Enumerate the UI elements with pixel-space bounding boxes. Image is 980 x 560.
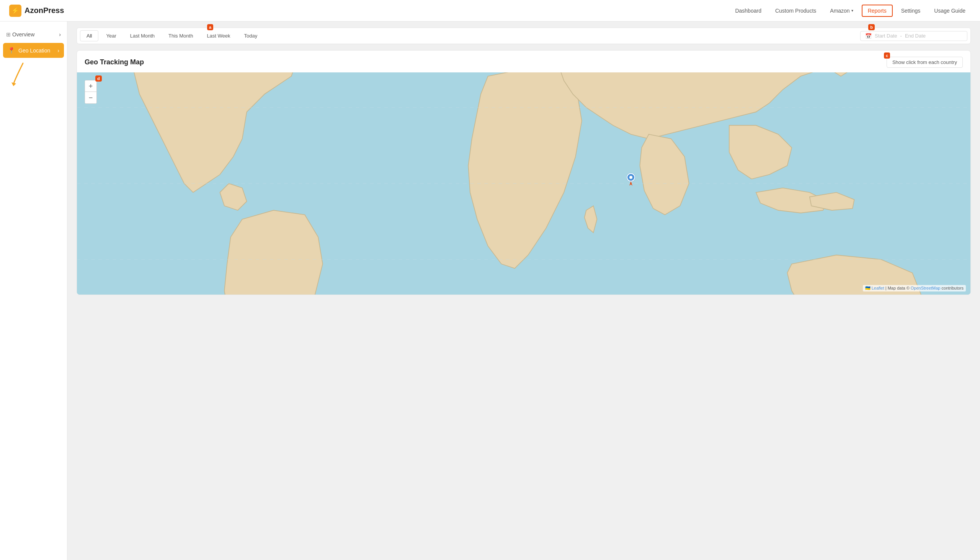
map-pin [626,171,636,188]
attribution-suffix: contributors [942,286,963,290]
app-body: ⊞ Overview › 📍 Geo Location › a Al [0,22,980,560]
nav-dashboard[interactable]: Dashboard [730,5,767,16]
filter-tab-year[interactable]: Year [100,30,122,42]
filter-bar: a All Year Last Month This Month Last We… [76,28,971,44]
world-map-svg [77,72,970,295]
top-navigation: ⚡ AzonPress Dashboard Custom Products Am… [0,0,980,22]
leaflet-flag-icon: 🇺🇦 [865,286,872,290]
arrow-annotation [8,59,67,90]
grid-icon: ⊞ [6,32,11,38]
sidebar: ⊞ Overview › 📍 Geo Location › [0,22,67,560]
location-pin-icon: 📍 [8,47,15,54]
zoom-in-button[interactable]: + [85,80,96,92]
leaflet-link[interactable]: Leaflet [872,286,884,290]
chevron-down-icon: ▾ [851,8,853,13]
nav-links: Dashboard Custom Products Amazon ▾ Repor… [730,5,971,17]
calendar-icon: 📅 [865,33,872,39]
svg-marker-0 [12,82,16,86]
zoom-controls: + − [85,80,97,104]
nav-settings[interactable]: Settings [896,5,926,16]
filter-tabs: a All Year Last Month This Month Last We… [80,30,860,42]
date-separator: - [900,33,902,39]
map-header: Geo Tracking Map c Show click from each … [77,50,970,72]
map-pin-svg [626,171,636,187]
app-title: AzonPress [25,6,64,15]
badge-b: b [868,24,875,30]
nav-amazon[interactable]: Amazon ▾ [825,5,858,16]
zoom-out-button[interactable]: − [85,92,96,103]
chevron-right-icon: › [59,32,61,38]
date-range-picker[interactable]: 📅 Start Date - End Date [860,31,967,41]
filter-tab-last-month[interactable]: Last Month [124,30,161,42]
badge-d: d [95,75,102,82]
osm-link[interactable]: OpenStreetMap [911,286,940,290]
nav-usage-guide[interactable]: Usage Guide [929,5,971,16]
logo-area: ⚡ AzonPress [9,5,64,17]
end-date-placeholder: End Date [905,33,926,39]
chevron-right-icon: › [57,47,59,53]
filter-tab-last-week[interactable]: Last Week [201,30,236,42]
attribution-separator: | Map data © [885,286,911,290]
main-content: a All Year Last Month This Month Last We… [67,22,980,560]
map-attribution: 🇺🇦 Leaflet | Map data © OpenStreetMap co… [863,285,966,292]
nav-reports[interactable]: Reports [862,5,893,17]
svg-point-7 [630,176,633,179]
logo-icon: ⚡ [9,5,22,17]
sidebar-item-geo-location[interactable]: 📍 Geo Location › [3,43,64,58]
nav-custom-products[interactable]: Custom Products [770,5,822,16]
map-title: Geo Tracking Map [85,58,144,66]
show-click-label: Show click from each country [892,59,957,65]
filter-tab-today[interactable]: Today [238,30,264,42]
show-click-button[interactable]: c Show click from each country [887,57,963,68]
badge-c: c [884,52,890,58]
filter-tab-all[interactable]: All [80,30,98,42]
annotation-arrow-svg [8,59,38,90]
start-date-placeholder: Start Date [875,33,897,39]
map-card: Geo Tracking Map c Show click from each … [76,50,971,295]
sidebar-item-overview[interactable]: ⊞ Overview › [0,28,67,42]
map-container[interactable]: + − d 🇺🇦 Leaflet | Map data © OpenStreet… [77,72,970,295]
badge-a: a [207,24,213,30]
filter-tab-this-month[interactable]: This Month [162,30,199,42]
